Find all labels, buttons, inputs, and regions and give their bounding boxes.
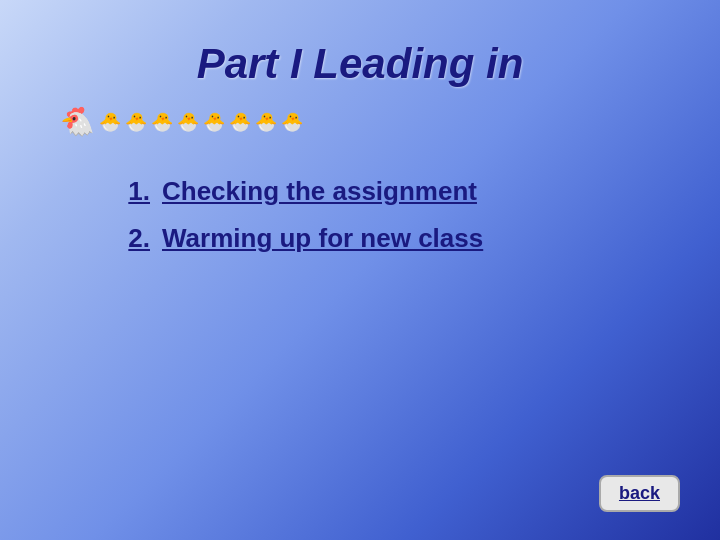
small-chick-8: 🐣 [281, 113, 303, 131]
list-number-2: 2. [120, 223, 150, 254]
chick-decoration: 🐔 🐣 🐣 🐣 🐣 🐣 🐣 🐣 🐣 [60, 108, 303, 136]
list-number-1: 1. [120, 176, 150, 207]
back-button[interactable]: back [599, 475, 680, 512]
small-chick-5: 🐣 [203, 113, 225, 131]
small-chick-7: 🐣 [255, 113, 277, 131]
main-chick-icon: 🐔 [60, 108, 95, 136]
small-chick-3: 🐣 [151, 113, 173, 131]
slide: Part I Leading in 🐔 🐣 🐣 🐣 🐣 🐣 🐣 🐣 🐣 1. C… [0, 0, 720, 540]
list-text-1: Checking the assignment [162, 176, 477, 207]
content-list: 1. Checking the assignment 2. Warming up… [120, 176, 483, 270]
list-item-2: 2. Warming up for new class [120, 223, 483, 254]
list-item-1: 1. Checking the assignment [120, 176, 483, 207]
small-chick-2: 🐣 [125, 113, 147, 131]
small-chick-1: 🐣 [99, 113, 121, 131]
small-chick-6: 🐣 [229, 113, 251, 131]
list-text-2: Warming up for new class [162, 223, 483, 254]
slide-title: Part I Leading in [197, 40, 524, 88]
small-chick-4: 🐣 [177, 113, 199, 131]
